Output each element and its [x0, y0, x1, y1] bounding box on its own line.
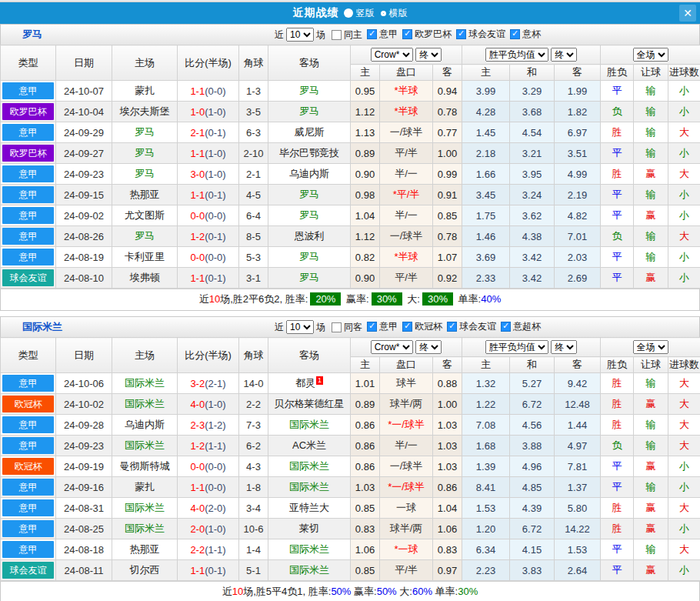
odds-home: 1.12: [351, 226, 380, 247]
same-venue-checkbox[interactable]: [332, 30, 342, 40]
same-venue-checkbox[interactable]: [332, 322, 342, 332]
col-home: 主场: [112, 45, 178, 81]
scope-select[interactable]: 全场: [633, 340, 668, 354]
corner-score: 4-5: [239, 185, 268, 205]
match-type-badge: 意甲: [2, 186, 54, 203]
match-row: 欧罗巴杯24-10-04埃尔夫斯堡1-0(1-0)3-5罗马1.12*半球0.7…: [1, 102, 700, 122]
league-checkbox[interactable]: [402, 322, 412, 332]
odds-handicap: *一球: [380, 539, 433, 560]
recent-count-select[interactable]: 10: [286, 320, 314, 334]
league-filter-2[interactable]: 球会友谊: [442, 320, 496, 333]
odds-away: 0.91: [433, 185, 462, 205]
match-score: 1-1(1-0): [178, 143, 239, 164]
league-filter-1[interactable]: 欧罗巴杯: [398, 28, 452, 41]
odds-home: 0.86: [351, 436, 380, 456]
odds-source-select[interactable]: Crow*: [371, 340, 413, 354]
summary-segment: 50%: [331, 586, 351, 597]
league-checkbox[interactable]: [367, 29, 377, 39]
league-checkbox[interactable]: [402, 29, 412, 39]
match-score: 3-0(1-0): [178, 164, 239, 185]
halftime-score: (1-0): [205, 148, 225, 159]
league-filter-0[interactable]: 意甲: [362, 320, 398, 333]
match-row: 意甲24-08-26罗马1-2(0-1)8-5恩波利1.12一/球半0.781.…: [1, 226, 700, 247]
match-type: 欧罗巴杯: [1, 102, 56, 122]
col-avg-draw: 和: [510, 357, 555, 373]
vertical-layout-radio[interactable]: [344, 8, 353, 18]
odds-away: 1.06: [433, 519, 462, 539]
horizontal-layout-label[interactable]: 横版: [389, 7, 408, 20]
fulltime-score: 3-2: [190, 378, 205, 389]
avg-home-odds: 1.46: [462, 226, 510, 247]
match-type: 球会友谊: [1, 560, 56, 581]
league-checkbox[interactable]: [456, 29, 466, 39]
halftime-score: (0-0): [205, 461, 225, 472]
avg-away-odds: 4.97: [555, 436, 601, 456]
league-checkbox[interactable]: [510, 29, 520, 39]
league-checkboxes: 意甲欧罗巴杯球会友谊意杯: [362, 28, 541, 42]
corner-score: 6-3: [239, 122, 268, 143]
match-score: 3-2(2-1): [178, 373, 239, 394]
result-wdl: 平: [601, 539, 634, 560]
halftime-score: (0-0): [205, 85, 225, 97]
home-team: 国际米兰: [112, 436, 178, 456]
avg-source-select[interactable]: 胜平负均值: [485, 340, 548, 354]
close-icon[interactable]: ✕: [679, 5, 696, 22]
odds-home: 0.98: [351, 185, 380, 205]
league-filter-2[interactable]: 球会友谊: [452, 28, 505, 41]
avg-home-odds: 1.45: [462, 122, 510, 143]
odds-final-select[interactable]: 终: [415, 340, 442, 354]
odds-final-select[interactable]: 终: [415, 48, 442, 62]
odds-handicap: *半球: [380, 102, 433, 122]
away-team: 罗马: [268, 81, 351, 102]
recent-count-select[interactable]: 10: [286, 28, 314, 42]
match-type: 意甲: [1, 247, 56, 268]
result-handicap: 输: [634, 185, 668, 205]
league-checkbox[interactable]: [367, 322, 377, 332]
summary-segment: 30%: [372, 292, 402, 306]
corner-score: 5-1: [239, 560, 268, 581]
home-team: 蒙扎: [112, 477, 178, 498]
avg-draw-odds: 3.83: [510, 560, 555, 581]
avg-final-select[interactable]: 终: [551, 340, 577, 354]
vertical-layout-label[interactable]: 竖版: [356, 7, 375, 20]
avg-home-odds: 1.66: [462, 164, 510, 185]
league-filter-1[interactable]: 欧冠杯: [398, 320, 442, 333]
avg-source-select[interactable]: 胜平负均值: [485, 48, 548, 62]
fulltime-score: 1-1: [190, 85, 205, 97]
fulltime-score: 1-1: [190, 482, 205, 493]
league-filter-0[interactable]: 意甲: [362, 28, 398, 41]
col-odds-away: 客: [433, 357, 462, 373]
result-goals: 大: [668, 394, 700, 415]
odds-source-select[interactable]: Crow*: [371, 48, 413, 62]
col-score: 比分(半场): [178, 45, 239, 81]
horizontal-layout-radio[interactable]: [381, 11, 386, 16]
result-wdl: 胜: [601, 164, 634, 185]
match-type-badge: 意甲: [2, 207, 54, 224]
match-score: 0-0(0-0): [178, 247, 239, 268]
avg-home-odds: 2.23: [462, 560, 510, 581]
league-filter-3[interactable]: 意超杯: [496, 320, 541, 333]
corner-score: 1-8: [239, 477, 268, 498]
avg-away-odds: 3.51: [555, 143, 601, 164]
avg-final-select[interactable]: 终: [551, 48, 577, 62]
scope-select[interactable]: 全场: [633, 48, 668, 62]
col-avg-home: 主: [462, 65, 510, 81]
away-team: 罗马: [268, 268, 351, 289]
league-checkbox[interactable]: [501, 322, 511, 332]
avg-draw-odds: 4.54: [510, 122, 555, 143]
league-filter-3[interactable]: 意杯: [505, 28, 541, 41]
result-handicap: 输: [634, 373, 668, 394]
col-date: 日期: [56, 338, 112, 373]
match-score: 2-0(1-0): [178, 519, 239, 539]
halftime-score: (0-0): [205, 482, 225, 493]
result-goals: 小: [668, 205, 700, 226]
col-away: 客场: [268, 45, 351, 81]
fulltime-score: 1-1: [190, 189, 205, 201]
avg-home-odds: 7.08: [462, 415, 510, 436]
odds-home: 1.06: [351, 539, 380, 560]
match-type-badge: 意甲: [2, 375, 54, 392]
avg-draw-odds: 3.68: [510, 102, 555, 122]
match-date: 24-08-10: [56, 268, 112, 289]
fulltime-score: 1-1: [190, 565, 205, 576]
league-checkbox[interactable]: [447, 322, 457, 332]
